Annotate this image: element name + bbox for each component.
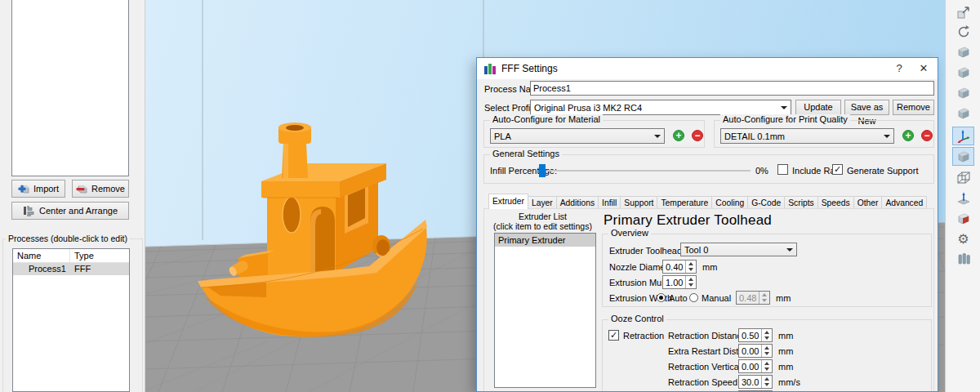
infill-slider-thumb[interactable] [539,164,546,177]
fff-settings-dialog: FFF Settings ? ✕ Process Name: Select Pr… [476,57,938,392]
tab-support[interactable]: Support [620,196,657,209]
scale-icon[interactable] [952,2,974,21]
import-cube-plus-icon [18,184,29,194]
quality-group: Auto-Configure for Print Quality DETAIL … [714,120,934,148]
column-header-type: Type [70,249,94,262]
center-and-arrange-button[interactable]: Center and Arrange [11,202,129,220]
width-manual-radio[interactable] [689,293,698,302]
toolhead-index-select[interactable]: Tool 0 [680,243,797,256]
tab-additions[interactable]: Additions [556,196,599,209]
tab-gcode[interactable]: G-Code [747,196,785,209]
tab-layer[interactable]: Layer [528,196,557,209]
extra-restart-distance-spinner[interactable]: 0.00 [738,344,773,358]
retraction-speed-unit: mm/s [778,377,800,387]
tab-cooling[interactable]: Cooling [711,196,748,209]
quality-select[interactable]: DETAIL 0.1mm [720,128,894,144]
process-name-cell: Process1 [13,263,70,275]
center-arrange-label: Center and Arrange [39,206,118,216]
ooze-control-label: Ooze Control [608,314,666,323]
profile-select[interactable]: Original Prusa i3 MK2 RC4 [530,100,791,115]
axes-icon[interactable] [952,127,974,145]
cube-icon[interactable] [952,147,974,166]
width-auto-label: Auto [669,293,688,303]
view-cube-4-icon[interactable] [952,104,974,122]
extra-restart-distance-unit: mm [778,346,793,356]
process-name-input[interactable] [530,81,934,96]
extruder-list-title: Extruder List (click item to edit settin… [486,212,599,231]
tab-advanced[interactable]: Advanced [881,196,927,209]
retraction-vertical-lift-spinner[interactable]: 0.00 [738,359,773,373]
infill-value: 0% [755,166,768,176]
spinner-arrows-icon[interactable] [685,276,696,288]
overview-group-label: Overview [608,228,651,238]
spinner-arrows-icon[interactable] [685,261,696,273]
extrusion-width-spinner[interactable]: 0.48 [736,291,770,305]
models-panel: Import Remove Center and Arrange Process… [0,0,145,392]
retraction-speed-spinner[interactable]: 30.0 [738,375,773,389]
process-row[interactable]: Process1 FFF [13,263,129,275]
width-auto-radio[interactable] [657,293,666,302]
dialog-title: FFF Settings [501,63,558,74]
extrusion-multiplier-spinner[interactable]: 1.00 [662,275,697,289]
nozzle-diameter-spinner[interactable]: 0.40 [662,260,697,274]
save-as-new-button[interactable]: Save as New [844,100,889,115]
retraction-distance-spinner[interactable]: 0.50 [738,328,773,342]
process-type-cell: FFF [70,263,91,275]
support-structures-icon[interactable] [952,249,974,268]
tab-infill[interactable]: Infill [598,196,621,209]
quality-group-label: Auto-Configure for Print Quality [720,114,850,124]
remove-quality-icon[interactable]: − [921,130,933,141]
gear-icon[interactable]: ⚙ [952,229,974,248]
benchy-model[interactable] [188,122,429,347]
import-button[interactable]: Import [11,180,65,198]
infill-slider-track[interactable] [546,170,751,172]
column-header-name: Name [13,249,70,262]
cross-section-icon[interactable] [952,209,974,228]
tab-temperature[interactable]: Temperature [657,196,712,209]
remove-profile-button[interactable]: Remove [893,100,934,115]
retraction-distance-unit: mm [778,331,793,341]
rotate-icon[interactable] [952,22,974,41]
import-button-label: Import [33,184,59,194]
general-settings-group: General Settings Infill Percentage: 0% I… [483,154,934,184]
material-group-label: Auto-Configure for Material [490,114,603,124]
view-cube-3-icon[interactable] [952,83,974,102]
retraction-checkbox[interactable] [608,330,619,341]
width-unit: mm [776,293,791,303]
retraction-label: Retraction [623,331,664,341]
spinner-arrows-icon[interactable] [761,360,772,372]
extruder-list[interactable]: Primary Extruder [494,233,596,388]
tab-scripts[interactable]: Scripts [784,196,817,209]
add-quality-icon[interactable]: + [902,130,914,141]
spinner-arrows-icon[interactable] [761,345,772,357]
remove-model-button[interactable]: Remove [72,180,129,198]
spinner-arrows-icon [759,292,769,304]
processes-table[interactable]: Name Type Process1 FFF [12,248,130,392]
dialog-titlebar: FFF Settings ? ✕ [477,58,938,79]
view-cube-1-icon[interactable] [952,42,974,61]
quality-select-value: DETAIL 0.1mm [721,131,880,141]
include-raft-checkbox[interactable] [777,164,788,175]
add-material-icon[interactable]: + [673,130,684,141]
generate-support-checkbox[interactable] [832,164,843,175]
material-group: Auto-Configure for Material PLA + − [483,120,705,148]
close-icon[interactable]: ✕ [911,58,936,79]
spinner-arrows-icon[interactable] [761,329,772,341]
wireframe-cube-icon[interactable] [952,168,974,187]
tab-other[interactable]: Other [853,196,883,209]
tab-extruder[interactable]: Extruder [488,194,528,209]
remove-material-icon[interactable]: − [692,130,703,141]
retraction-speed-label: Retraction Speed [668,377,737,387]
help-icon[interactable]: ? [887,58,911,79]
processes-group-label: Processes (double-click to edit) [6,234,130,243]
view-cube-2-icon[interactable] [952,63,974,82]
models-list[interactable] [11,0,129,176]
tab-speeds[interactable]: Speeds [817,196,854,209]
dropdown-arrow-icon [783,248,796,252]
surface-normal-icon[interactable] [952,189,974,207]
profile-select-value: Original Prusa i3 MK2 RC4 [531,103,777,113]
spinner-arrows-icon[interactable] [761,376,772,388]
extruder-list-item[interactable]: Primary Extruder [495,234,595,247]
material-select[interactable]: PLA [490,128,665,144]
update-profile-button[interactable]: Update Profile [795,100,841,115]
